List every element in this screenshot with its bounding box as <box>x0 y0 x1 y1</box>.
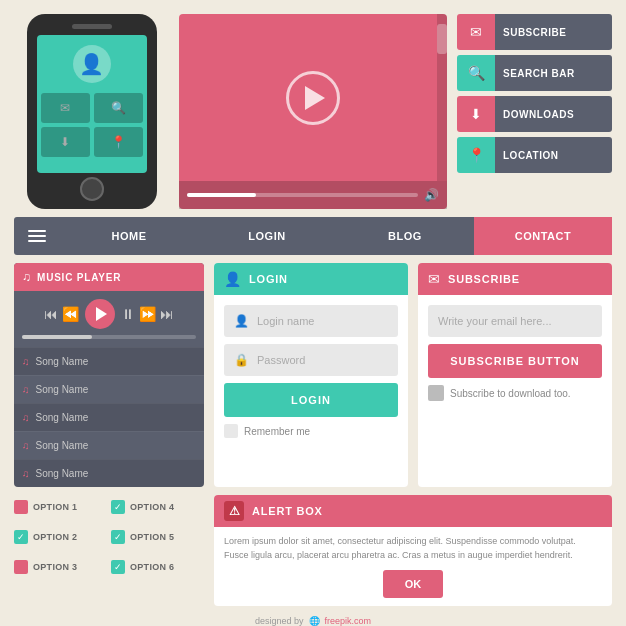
subscribe-checkbox[interactable] <box>428 385 444 401</box>
song-name-2: Song Name <box>36 384 89 395</box>
phone-home-button[interactable] <box>80 177 104 201</box>
alert-header: ⚠ ALERT BOX <box>214 495 612 527</box>
subscribe-body: Write your email here... SUBSCRIBE BUTTO… <box>418 295 612 411</box>
phone-grid-location[interactable]: 📍 <box>94 127 143 157</box>
option-3: OPTION 3 <box>14 555 107 579</box>
search-icon-bg: 🔍 <box>457 55 495 91</box>
searchbar-button[interactable]: 🔍 SEARCH BAR <box>457 55 612 91</box>
option-2: ✓ OPTION 2 <box>14 525 107 549</box>
searchbar-label: SEARCH BAR <box>495 55 612 91</box>
login-name-placeholder: Login name <box>257 315 315 327</box>
login-password-placeholder: Password <box>257 354 305 366</box>
rewind-button[interactable]: ⏪ <box>62 306 79 322</box>
subscribe-check-row: Subscribe to download too. <box>428 385 602 401</box>
playback-buttons: ⏮ ⏪ ⏸ ⏩ ⏭ <box>22 299 196 329</box>
email-input[interactable]: Write your email here... <box>428 305 602 337</box>
music-progress-bar[interactable] <box>22 335 196 339</box>
music-note-icon: ♫ <box>22 270 31 284</box>
login-password-input[interactable]: 🔒 Password <box>224 344 398 376</box>
options-section: OPTION 1 ✓ OPTION 4 ✓ OPTION 2 ✓ OPTION … <box>14 495 204 606</box>
option-4-checkbox[interactable]: ✓ <box>111 500 125 514</box>
remember-label: Remember me <box>244 426 310 437</box>
user-input-icon: 👤 <box>234 314 249 328</box>
option-5: ✓ OPTION 5 <box>111 525 204 549</box>
nav-item-login[interactable]: LOGIN <box>198 217 336 255</box>
search-icon: 🔍 <box>468 65 485 81</box>
music-player-title: MUSIC PLAYER <box>37 272 121 283</box>
play-pause-button[interactable] <box>85 299 115 329</box>
login-user-icon: 👤 <box>224 271 241 287</box>
play-triangle-icon <box>305 86 325 110</box>
downloads-label: DOWNLOADS <box>495 96 612 132</box>
option-3-checkbox[interactable] <box>14 560 28 574</box>
subscribe-title: SUBSCRIBE <box>448 273 520 285</box>
option-4: ✓ OPTION 4 <box>111 495 204 519</box>
remember-row: Remember me <box>224 424 398 438</box>
video-main[interactable] <box>179 14 447 181</box>
nav-item-home[interactable]: HOME <box>60 217 198 255</box>
subscribe-envelope-icon: ✉ <box>428 271 440 287</box>
option-5-checkbox[interactable]: ✓ <box>111 530 125 544</box>
song-item-2[interactable]: ♫ Song Name <box>14 375 204 403</box>
forward-button[interactable]: ⏩ <box>139 306 156 322</box>
location-button[interactable]: 📍 LOCATION <box>457 137 612 173</box>
remember-checkbox[interactable] <box>224 424 238 438</box>
login-name-input[interactable]: 👤 Login name <box>224 305 398 337</box>
alert-text: Lorem ipsum dolor sit amet, consectetur … <box>224 535 602 562</box>
subscribe-header: ✉ SUBSCRIBE <box>418 263 612 295</box>
skip-forward-button[interactable]: ⏭ <box>160 306 174 322</box>
sidebar-buttons: ✉ SUBSCRIBE 🔍 SEARCH BAR ⬇ DOWNLOADS 📍 <box>457 14 612 209</box>
scroll-handle[interactable] <box>437 24 447 54</box>
phone-grid-search[interactable]: 🔍 <box>94 93 143 123</box>
video-controls: 🔊 <box>179 181 447 209</box>
option-2-checkbox[interactable]: ✓ <box>14 530 28 544</box>
song-item-4[interactable]: ♫ Song Name <box>14 431 204 459</box>
option-3-label: OPTION 3 <box>33 562 77 572</box>
phone-grid-download[interactable]: ⬇ <box>41 127 90 157</box>
song-name-5: Song Name <box>36 468 89 479</box>
option-1-label: OPTION 1 <box>33 502 77 512</box>
option-6-checkbox[interactable]: ✓ <box>111 560 125 574</box>
alert-box: ⚠ ALERT BOX Lorem ipsum dolor sit amet, … <box>214 495 612 606</box>
avatar: 👤 <box>73 45 111 83</box>
nav-bar: HOME LOGIN BLOG CONTACT <box>14 217 612 255</box>
ok-button[interactable]: OK <box>383 570 443 598</box>
bottom-row: OPTION 1 ✓ OPTION 4 ✓ OPTION 2 ✓ OPTION … <box>14 495 612 606</box>
login-button[interactable]: LOGIN <box>224 383 398 417</box>
pause-button[interactable]: ⏸ <box>121 306 135 322</box>
subscribe-button-cta[interactable]: SUBSCRIBE BUTTON <box>428 344 602 378</box>
email-placeholder: Write your email here... <box>438 315 552 327</box>
options-columns: OPTION 1 ✓ OPTION 4 ✓ OPTION 2 ✓ OPTION … <box>14 495 204 579</box>
video-progress-fill <box>187 193 256 197</box>
downloads-button[interactable]: ⬇ DOWNLOADS <box>457 96 612 132</box>
phone-screen: 👤 ✉ 🔍 ⬇ 📍 <box>37 35 147 173</box>
song-name-3: Song Name <box>36 412 89 423</box>
volume-icon[interactable]: 🔊 <box>424 188 439 202</box>
lock-icon: 🔒 <box>234 353 249 367</box>
envelope-icon: ✉ <box>470 24 482 40</box>
song-item-3[interactable]: ♫ Song Name <box>14 403 204 431</box>
location-icon-bg: 📍 <box>457 137 495 173</box>
hamburger-menu[interactable] <box>14 217 60 255</box>
video-progress-bar[interactable] <box>187 193 418 197</box>
alert-title: ALERT BOX <box>252 505 323 517</box>
nav-item-blog[interactable]: BLOG <box>336 217 474 255</box>
option-6: ✓ OPTION 6 <box>111 555 204 579</box>
song-item-1[interactable]: ♫ Song Name <box>14 347 204 375</box>
video-scrollbar[interactable] <box>437 14 447 181</box>
phone-grid-envelope[interactable]: ✉ <box>41 93 90 123</box>
login-title: LOGIN <box>249 273 288 285</box>
option-5-label: OPTION 5 <box>130 532 174 542</box>
user-icon: 👤 <box>79 52 104 76</box>
login-body: 👤 Login name 🔒 Password LOGIN Remember m… <box>214 295 408 448</box>
nav-item-contact[interactable]: CONTACT <box>474 217 612 255</box>
subscribe-button[interactable]: ✉ SUBSCRIBE <box>457 14 612 50</box>
skip-back-button[interactable]: ⏮ <box>44 306 58 322</box>
song-item-5[interactable]: ♫ Song Name <box>14 459 204 487</box>
option-1-checkbox[interactable] <box>14 500 28 514</box>
hamburger-line-1 <box>28 230 46 232</box>
song-name-1: Song Name <box>36 356 89 367</box>
login-header: 👤 LOGIN <box>214 263 408 295</box>
play-button[interactable] <box>286 71 340 125</box>
downloads-icon-bg: ⬇ <box>457 96 495 132</box>
